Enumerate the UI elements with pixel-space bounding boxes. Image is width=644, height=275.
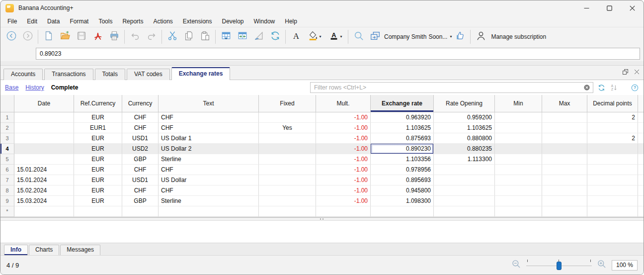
cell-min[interactable] [495, 175, 542, 185]
cell-date[interactable] [14, 123, 74, 133]
menu-item-edit[interactable]: Edit [22, 16, 42, 26]
cell-mult[interactable] [316, 206, 371, 217]
cell-exchange_rate[interactable]: 1.098300 [371, 196, 434, 206]
font-button[interactable]: A [288, 29, 304, 45]
column-header-date[interactable]: Date [14, 95, 74, 112]
zoom-out-icon[interactable] [511, 259, 521, 271]
cell-decimal_points[interactable] [587, 123, 638, 133]
cell-ref_currency[interactable]: EUR [74, 133, 122, 144]
company-status-label[interactable]: Soon... [428, 33, 447, 40]
column-header-mult[interactable]: Mult. [316, 95, 371, 112]
cell-max[interactable] [542, 123, 587, 133]
cell-ref_currency[interactable]: EUR [74, 175, 122, 185]
cell-text[interactable]: US Dollar 2 [159, 144, 259, 154]
cell-fixed[interactable] [259, 165, 316, 175]
cell-text[interactable]: CHF [159, 165, 259, 175]
column-header-min[interactable]: Min [495, 95, 542, 112]
close-button[interactable] [621, 0, 644, 15]
back-button[interactable] [3, 29, 19, 45]
cell-decimal_points[interactable] [587, 175, 638, 185]
cell-decimal_points[interactable]: 2 [587, 133, 638, 144]
cell-rate_opening[interactable]: 1.103625 [434, 123, 495, 133]
refresh-filter-icon[interactable] [597, 83, 606, 92]
cell-date[interactable]: 15.02.2024 [14, 185, 74, 196]
table-settings-button[interactable] [218, 29, 234, 45]
undo-button[interactable] [127, 29, 143, 45]
fill-color-button[interactable]: ▾ [304, 29, 325, 45]
cell-fixed[interactable] [259, 112, 316, 123]
row-number[interactable]: 3 [0, 133, 14, 144]
row-number[interactable]: 9 [0, 196, 14, 206]
table-row[interactable]: * [0, 206, 644, 217]
menu-item-file[interactable]: File [2, 16, 22, 26]
column-header-exchange_rate[interactable]: Exchange rate [371, 95, 434, 112]
cell-decimal_points[interactable] [587, 196, 638, 206]
row-number[interactable]: * [0, 206, 14, 217]
menu-item-data[interactable]: Data [42, 16, 65, 26]
row-number[interactable]: 6 [0, 165, 14, 175]
column-header-ref_currency[interactable]: Ref.Currency [74, 95, 122, 112]
help-icon[interactable]: ? [630, 83, 639, 92]
cell-exchange_rate[interactable]: 0.895693 [371, 175, 434, 185]
cell-date[interactable] [14, 112, 74, 123]
filter-rows-input[interactable] [310, 82, 593, 93]
open-file-button[interactable] [57, 29, 73, 45]
cell-exchange_rate[interactable]: 0.890230 [371, 144, 434, 154]
cell-mult[interactable]: -1.00 [316, 154, 371, 165]
cell-rate_opening[interactable]: 0.880800 [434, 133, 495, 144]
cell-currency[interactable]: CHF [122, 123, 159, 133]
row-number[interactable]: 4 [0, 144, 14, 154]
base-view-link[interactable]: Base [5, 84, 18, 91]
cell-text[interactable]: US Dollar [159, 175, 259, 185]
row-number[interactable]: 7 [0, 175, 14, 185]
cell-decimal_points[interactable]: 2 [587, 112, 638, 123]
manage-subscription-label[interactable]: Manage subscription [491, 33, 546, 40]
float-view-icon[interactable] [622, 68, 629, 78]
menu-item-extensions[interactable]: Extensions [178, 16, 217, 26]
cell-exchange_rate[interactable]: 1.103356 [371, 154, 434, 165]
cell-date[interactable] [14, 144, 74, 154]
cell-fixed[interactable] [259, 196, 316, 206]
table-row[interactable]: 3EURUSD1US Dollar 1-1.000.8756930.880800… [0, 133, 644, 144]
cell-currency[interactable]: CHF [122, 112, 159, 123]
cell-mult[interactable]: -1.00 [316, 185, 371, 196]
cell-min[interactable] [495, 112, 542, 123]
cell-decimal_points[interactable] [587, 144, 638, 154]
table-row[interactable]: 815.02.2024EURCHFCHF-1.000.945800 [0, 185, 644, 196]
bottom-tab-info[interactable]: Info [4, 245, 28, 255]
cell-decimal_points[interactable] [587, 165, 638, 175]
cell-min[interactable] [495, 133, 542, 144]
cell-rate_opening[interactable] [434, 196, 495, 206]
account-button[interactable] [473, 29, 489, 45]
table-row[interactable]: 4EURUSD2US Dollar 2-1.000.8902300.880235 [0, 144, 644, 154]
column-header-text[interactable]: Text [159, 95, 259, 112]
print-button[interactable] [106, 29, 122, 45]
cell-mult[interactable]: -1.00 [316, 175, 371, 185]
row-number[interactable]: 8 [0, 185, 14, 196]
tab-exchange-rates[interactable]: Exchange rates [171, 67, 231, 80]
cell-ref_currency[interactable]: EUR [74, 112, 122, 123]
cell-ref_currency[interactable]: EUR [74, 144, 122, 154]
cell-max[interactable] [542, 175, 587, 185]
cell-exchange_rate[interactable]: 1.103625 [371, 123, 434, 133]
cell-date[interactable]: 15.03.2024 [14, 196, 74, 206]
row-number[interactable]: 1 [0, 112, 14, 123]
cell-fixed[interactable] [259, 175, 316, 185]
cell-currency[interactable]: GBP [122, 154, 159, 165]
cut-button[interactable] [164, 29, 180, 45]
cell-mult[interactable]: -1.00 [316, 165, 371, 175]
table-row[interactable]: 2EUR1CHFCHFYes-1.001.1036251.103625 [0, 123, 644, 133]
cell-min[interactable] [495, 185, 542, 196]
table-row[interactable]: 5EURGBPSterline-1.001.1033561.113300 [0, 154, 644, 165]
menu-item-reports[interactable]: Reports [117, 16, 148, 26]
recalculate-button[interactable] [267, 29, 283, 45]
column-header-decimal_points[interactable]: Decimal points [587, 95, 638, 112]
cell-min[interactable] [495, 123, 542, 133]
zoom-slider-handle[interactable] [557, 262, 562, 270]
column-header-fixed[interactable]: Fixed [259, 95, 316, 112]
cell-decimal_points[interactable] [587, 154, 638, 165]
cell-date[interactable] [14, 206, 74, 217]
cell-text[interactable]: CHF [159, 112, 259, 123]
cell-ref_currency[interactable]: EUR [74, 154, 122, 165]
cell-currency[interactable]: USD2 [122, 144, 159, 154]
